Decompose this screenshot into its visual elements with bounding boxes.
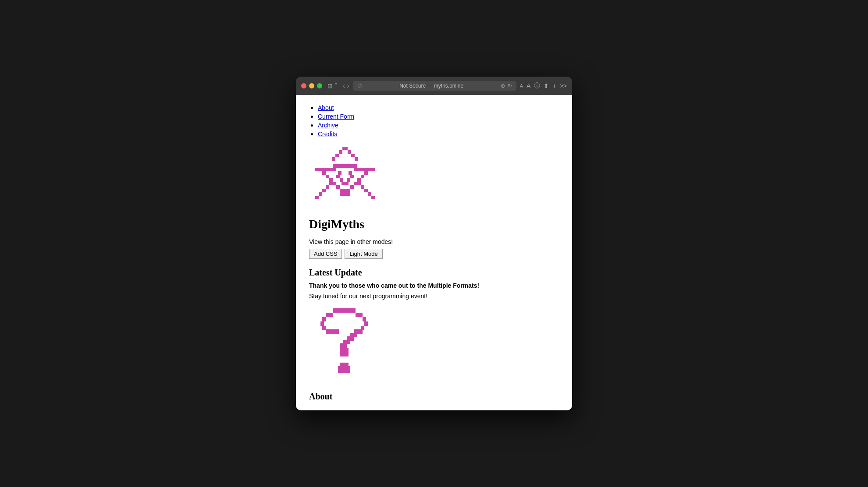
svg-rect-54 <box>322 317 326 321</box>
add-css-button[interactable]: Add CSS <box>309 249 342 259</box>
svg-rect-30 <box>329 182 333 185</box>
nav-link-current-form[interactable]: Current Form <box>318 113 354 120</box>
svg-rect-57 <box>364 321 368 326</box>
svg-rect-42 <box>333 164 336 168</box>
info-icon[interactable]: ⓘ <box>534 82 540 90</box>
svg-rect-66 <box>340 348 349 352</box>
svg-rect-55 <box>363 317 366 321</box>
site-nav: About Current Form Archive Credits <box>309 104 559 138</box>
svg-rect-11 <box>329 168 333 171</box>
nav-link-about[interactable]: About <box>318 104 334 111</box>
svg-rect-58 <box>322 326 326 330</box>
svg-rect-46 <box>336 175 340 178</box>
svg-rect-9 <box>322 168 326 171</box>
svg-rect-29 <box>350 185 354 189</box>
svg-rect-8 <box>319 168 322 171</box>
close-button[interactable] <box>301 83 306 88</box>
svg-rect-6 <box>355 157 358 161</box>
font-large-icon: A <box>526 82 530 89</box>
nav-link-credits[interactable]: Credits <box>318 131 337 138</box>
svg-rect-50 <box>342 182 349 185</box>
browser-window: ⊞ ˅ ‹ › 🛡 Not Secure — myths.online ⊕ ↻ … <box>296 77 572 410</box>
site-title: DigiMyths <box>309 217 559 231</box>
svg-rect-41 <box>340 192 350 196</box>
svg-rect-69 <box>338 366 350 373</box>
list-item: Current Form <box>318 113 559 120</box>
nav-list: About Current Form Archive Credits <box>309 104 559 138</box>
address-bar[interactable]: 🛡 Not Secure — myths.online ⊕ ↻ <box>353 81 516 91</box>
svg-rect-22 <box>329 178 333 182</box>
nav-link-archive[interactable]: Archive <box>318 122 338 129</box>
svg-rect-27 <box>357 178 361 182</box>
page-content: About Current Form Archive Credits <box>296 95 572 410</box>
question-svg <box>313 307 375 381</box>
svg-rect-21 <box>326 175 329 178</box>
svg-rect-34 <box>315 196 319 199</box>
url-text: Not Secure — myths.online <box>365 83 498 89</box>
translate-icon: ⊕ <box>501 83 505 89</box>
maximize-button[interactable] <box>317 83 322 88</box>
svg-rect-25 <box>364 171 368 175</box>
svg-rect-7 <box>315 168 319 171</box>
list-item: Archive <box>318 121 559 129</box>
svg-rect-23 <box>333 182 336 185</box>
svg-rect-4 <box>348 150 351 154</box>
list-item: Credits <box>318 130 559 138</box>
svg-rect-60 <box>326 329 339 334</box>
latest-update-title: Latest Update <box>309 268 559 278</box>
browser-action-icons: A A ⓘ ⬆ + >> <box>520 82 567 90</box>
svg-rect-52 <box>326 313 333 317</box>
svg-rect-3 <box>332 157 335 161</box>
svg-rect-10 <box>326 168 329 171</box>
new-tab-icon[interactable]: + <box>552 82 556 89</box>
light-mode-button[interactable]: Light Mode <box>345 249 382 259</box>
svg-rect-43 <box>354 164 357 168</box>
svg-rect-31 <box>326 185 329 189</box>
svg-rect-37 <box>364 189 368 192</box>
share-icon[interactable]: ⬆ <box>544 82 549 89</box>
svg-rect-17 <box>368 168 371 171</box>
svg-rect-13 <box>354 168 357 171</box>
svg-rect-44 <box>338 171 342 175</box>
font-small-icon: A <box>520 83 523 88</box>
svg-rect-32 <box>322 189 326 192</box>
svg-rect-38 <box>368 192 371 196</box>
back-button[interactable]: ‹ <box>343 82 345 90</box>
browser-toolbar: ⊞ ˅ ‹ › 🛡 Not Secure — myths.online ⊕ ↻ … <box>296 77 572 95</box>
svg-rect-0 <box>342 147 348 150</box>
star-svg <box>313 145 377 208</box>
svg-rect-48 <box>340 178 343 182</box>
svg-rect-16 <box>364 168 368 171</box>
svg-rect-39 <box>371 196 375 199</box>
svg-rect-36 <box>361 185 364 189</box>
tab-switcher-icon[interactable]: ⊞ ˅ <box>327 82 338 89</box>
svg-rect-45 <box>349 171 352 175</box>
svg-rect-14 <box>357 168 361 171</box>
mode-buttons: Add CSS Light Mode <box>309 249 559 259</box>
svg-rect-19 <box>336 164 354 168</box>
svg-rect-28 <box>354 182 357 185</box>
list-item: About <box>318 104 559 112</box>
svg-rect-18 <box>371 168 375 171</box>
svg-rect-2 <box>335 154 339 157</box>
svg-rect-49 <box>347 178 350 182</box>
svg-rect-53 <box>356 313 363 317</box>
svg-rect-35 <box>357 182 361 185</box>
forward-button[interactable]: › <box>347 82 349 90</box>
svg-rect-47 <box>350 175 354 178</box>
svg-rect-56 <box>320 321 324 326</box>
nav-arrows: ‹ › <box>343 82 349 90</box>
svg-rect-26 <box>361 175 364 178</box>
minimize-button[interactable] <box>309 83 314 88</box>
security-icon: 🛡 <box>357 83 363 89</box>
svg-rect-33 <box>319 192 322 196</box>
refresh-icon[interactable]: ↻ <box>508 83 512 89</box>
svg-rect-67 <box>340 352 349 356</box>
pixel-star-image <box>313 145 559 210</box>
update-bold-text: Thank you to those who came out to the M… <box>309 282 559 289</box>
svg-rect-20 <box>322 171 326 175</box>
svg-rect-65 <box>340 343 347 348</box>
mode-prompt: View this page in other modes! <box>309 238 559 245</box>
update-normal-text: Stay tuned for our next programming even… <box>309 293 559 300</box>
more-icon[interactable]: >> <box>560 82 567 89</box>
